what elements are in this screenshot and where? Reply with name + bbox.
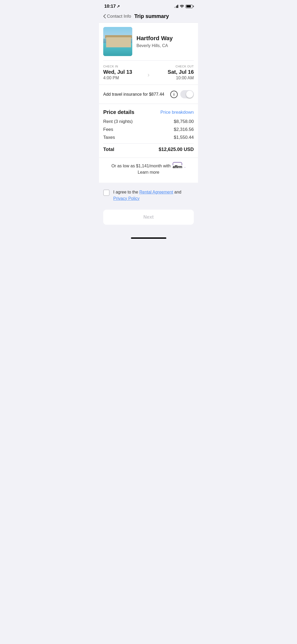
- status-bar: 10:17 ↗: [99, 0, 198, 11]
- signal-icon: [174, 5, 178, 8]
- agreement-checkbox[interactable]: [103, 190, 110, 196]
- fees-label: Fees: [103, 127, 113, 132]
- insurance-toggle[interactable]: [180, 90, 194, 98]
- checkin-date: Wed, Jul 13: [103, 69, 144, 75]
- taxes-value: $1,550.44: [174, 135, 194, 140]
- total-value: $12,625.00 USD: [159, 147, 194, 152]
- battery-icon: [186, 5, 193, 8]
- price-row-fees: Fees $2,316.56: [103, 127, 194, 132]
- chevron-right-icon: ›: [148, 71, 150, 79]
- rent-value: $8,758.00: [174, 119, 194, 124]
- dates-section: CHECK IN Wed, Jul 13 4:00 PM › CHECK OUT…: [99, 61, 198, 85]
- checkout-date: Sat, Jul 16: [153, 69, 194, 75]
- property-name: Hartford Way: [136, 35, 194, 42]
- insurance-text: Add travel insurance for $877.44: [103, 92, 170, 97]
- price-header: Price details Price breakdown: [103, 109, 194, 115]
- main-content: Hartford Way Beverly Hills, CA CHECK IN …: [99, 23, 198, 183]
- affirm-logo: affirm: [173, 163, 182, 169]
- price-details-title: Price details: [103, 109, 134, 115]
- total-divider: [103, 143, 194, 144]
- rental-agreement-link[interactable]: Rental Agreement: [139, 190, 173, 194]
- property-card: Hartford Way Beverly Hills, CA: [99, 23, 198, 60]
- date-separator: ›: [144, 65, 153, 79]
- agreement-text: I agree to the Rental Agreement and Priv…: [113, 189, 181, 202]
- agreement-text-2: and: [173, 190, 181, 194]
- info-button[interactable]: i: [170, 91, 178, 98]
- price-breakdown-link[interactable]: Price breakdown: [160, 110, 194, 115]
- insurance-controls: i: [170, 90, 194, 98]
- property-info: Hartford Way Beverly Hills, CA: [136, 35, 194, 48]
- next-button[interactable]: Next: [103, 210, 194, 225]
- taxes-label: Taxes: [103, 135, 115, 140]
- home-bar: [131, 237, 166, 239]
- nav-header: Contact Info Trip summary: [99, 11, 198, 23]
- price-section: Price details Price breakdown Rent (3 ni…: [99, 104, 198, 158]
- page-title: Trip summary: [134, 13, 169, 19]
- back-button[interactable]: Contact Info: [103, 14, 131, 19]
- property-location: Beverly Hills, CA: [136, 43, 194, 48]
- affirm-section: Or as low as $1,141/month with affirm . …: [99, 158, 198, 183]
- back-label: Contact Info: [107, 14, 131, 19]
- rent-label: Rent (3 nights): [103, 119, 133, 124]
- fees-value: $2,316.56: [174, 127, 194, 132]
- affirm-prefix: Or as low as $1,141/month with: [111, 164, 171, 168]
- location-icon: ↗: [117, 4, 120, 8]
- bottom-section: I agree to the Rental Agreement and Priv…: [99, 183, 198, 235]
- checkout-block: CHECK OUT Sat, Jul 16 10:00 AM: [153, 65, 194, 80]
- price-row-taxes: Taxes $1,550.44: [103, 135, 194, 140]
- status-time: 10:17 ↗: [104, 4, 120, 9]
- privacy-policy-link[interactable]: Privacy Policy: [113, 196, 140, 201]
- affirm-learn-more[interactable]: Learn more: [138, 170, 159, 175]
- price-row-rent: Rent (3 nights) $8,758.00: [103, 119, 194, 124]
- property-image: [103, 27, 132, 56]
- checkout-time: 10:00 AM: [153, 76, 194, 80]
- checkin-label: CHECK IN: [103, 65, 144, 68]
- status-icons: [174, 4, 193, 8]
- agreement-row: I agree to the Rental Agreement and Priv…: [103, 189, 194, 202]
- total-label: Total: [103, 147, 114, 152]
- insurance-section: Add travel insurance for $877.44 i: [99, 85, 198, 104]
- agreement-text-1: I agree to the: [113, 190, 139, 194]
- affirm-text: Or as low as $1,141/month with affirm . …: [103, 163, 194, 175]
- checkout-label: CHECK OUT: [153, 65, 194, 68]
- price-total-row: Total $12,625.00 USD: [103, 147, 194, 152]
- checkin-block: CHECK IN Wed, Jul 13 4:00 PM: [103, 65, 144, 80]
- home-indicator: [99, 235, 198, 243]
- checkin-time: 4:00 PM: [103, 76, 144, 80]
- wifi-icon: [180, 4, 184, 8]
